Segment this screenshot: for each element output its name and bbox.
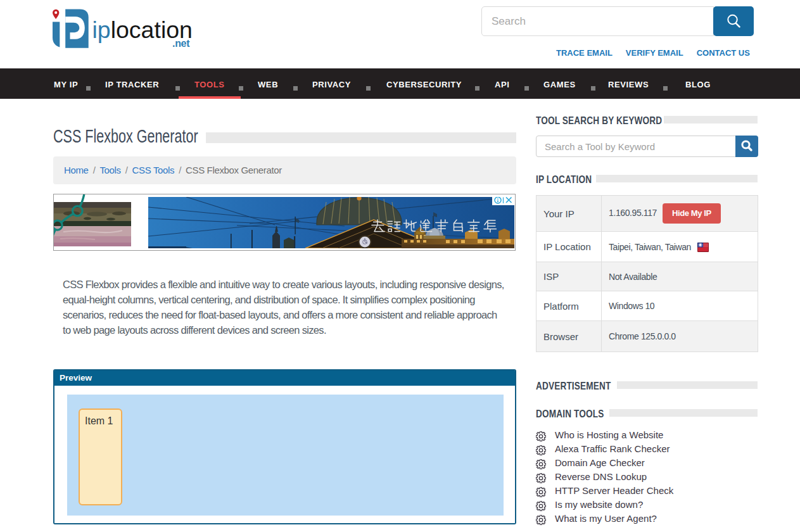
svg-text:.net: .net [172,38,190,49]
